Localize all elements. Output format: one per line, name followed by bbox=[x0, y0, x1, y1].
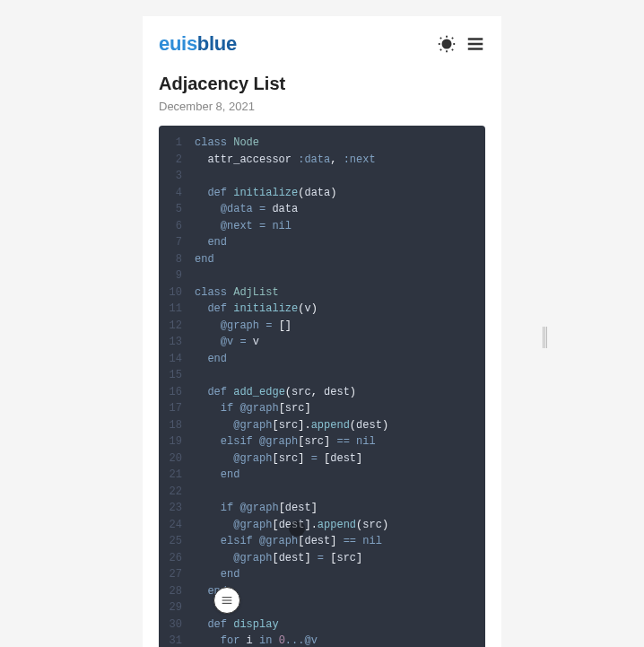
line-content: elsif @graph[src] == nil bbox=[195, 433, 376, 450]
code-line: 3 bbox=[159, 168, 485, 185]
line-number: 26 bbox=[159, 550, 195, 567]
line-content: if @graph[dest] bbox=[195, 500, 318, 517]
code-line: 12 @graph = [] bbox=[159, 318, 485, 335]
line-number: 31 bbox=[159, 633, 195, 647]
line-content: @graph[src].append(dest) bbox=[195, 417, 388, 434]
line-number: 11 bbox=[159, 301, 195, 318]
line-number: 5 bbox=[159, 201, 195, 218]
line-content: @graph = [] bbox=[195, 318, 292, 335]
line-number: 27 bbox=[159, 566, 195, 583]
code-line: 27 end bbox=[159, 566, 485, 583]
code-line: 11 def initialize(v) bbox=[159, 301, 485, 318]
line-number: 3 bbox=[159, 168, 195, 185]
header-actions bbox=[437, 34, 485, 54]
line-content: @graph[src] = [dest] bbox=[195, 450, 362, 468]
code-line: 7 end bbox=[159, 234, 485, 251]
line-content: elsif @graph[dest] == nil bbox=[195, 533, 382, 550]
code-line: 13 @v = v bbox=[159, 334, 485, 351]
line-content: end bbox=[195, 351, 227, 368]
logo-text-b: blue bbox=[197, 32, 237, 55]
line-content: for i in 0...@v bbox=[195, 633, 318, 647]
code-line: 8end bbox=[159, 251, 485, 268]
code-line: 28 end bbox=[159, 583, 485, 600]
line-number: 7 bbox=[159, 234, 195, 251]
line-number: 6 bbox=[159, 218, 195, 235]
code-line: 4 def initialize(data) bbox=[159, 185, 485, 202]
line-content: def display bbox=[195, 616, 279, 634]
code-line: 19 elsif @graph[src] == nil bbox=[159, 433, 485, 450]
line-number: 12 bbox=[159, 318, 195, 335]
line-number: 17 bbox=[159, 400, 195, 417]
line-content: class AdjList bbox=[195, 284, 279, 302]
code-line: 23 if @graph[dest] bbox=[159, 500, 485, 517]
line-content: end bbox=[195, 234, 227, 251]
line-content: def initialize(v) bbox=[195, 301, 318, 318]
code-line: 21 end bbox=[159, 467, 485, 484]
code-line: 5 @data = data bbox=[159, 201, 485, 218]
line-number: 18 bbox=[159, 417, 195, 434]
line-number: 8 bbox=[159, 251, 195, 268]
line-content: def initialize(data) bbox=[195, 185, 336, 202]
line-number: 16 bbox=[159, 384, 195, 401]
line-content: class Node bbox=[195, 135, 259, 152]
list-icon bbox=[220, 593, 234, 608]
code-line: 17 if @graph[src] bbox=[159, 400, 485, 417]
header: euisblue bbox=[159, 32, 485, 56]
code-line: 22 bbox=[159, 484, 485, 501]
line-content: end bbox=[195, 467, 239, 484]
toc-fab-button[interactable] bbox=[213, 587, 240, 614]
line-number: 22 bbox=[159, 484, 195, 501]
line-content: end bbox=[195, 251, 214, 268]
line-content: @graph[dest].append(src) bbox=[195, 517, 388, 534]
line-number: 23 bbox=[159, 500, 195, 517]
code-line: 1class Node bbox=[159, 135, 485, 152]
post-date: December 8, 2021 bbox=[159, 100, 485, 113]
code-line: 15 bbox=[159, 367, 485, 384]
line-number: 4 bbox=[159, 185, 195, 202]
page: euisblue Adjacency List December 8, 2021… bbox=[143, 16, 501, 647]
line-number: 20 bbox=[159, 450, 195, 468]
line-number: 9 bbox=[159, 267, 195, 284]
line-number: 28 bbox=[159, 583, 195, 600]
scrollbar-hint bbox=[543, 327, 547, 348]
menu-icon[interactable] bbox=[466, 34, 485, 54]
logo-text-a: euis bbox=[159, 32, 197, 55]
line-number: 19 bbox=[159, 433, 195, 450]
line-content: attr_accessor :data, :next bbox=[195, 152, 376, 169]
theme-toggle-icon[interactable] bbox=[437, 34, 457, 54]
code-line: 2 attr_accessor :data, :next bbox=[159, 152, 485, 169]
line-content: end bbox=[195, 566, 239, 583]
line-number: 10 bbox=[159, 284, 195, 302]
line-number: 30 bbox=[159, 616, 195, 634]
line-content: def add_edge(src, dest) bbox=[195, 384, 356, 401]
line-number: 2 bbox=[159, 152, 195, 169]
code-line: 18 @graph[src].append(dest) bbox=[159, 417, 485, 434]
code-line: 10class AdjList bbox=[159, 284, 485, 302]
site-logo[interactable]: euisblue bbox=[159, 32, 237, 56]
line-content: @next = nil bbox=[195, 218, 292, 235]
code-line: 30 def display bbox=[159, 616, 485, 634]
line-number: 21 bbox=[159, 467, 195, 484]
line-content: @v = v bbox=[195, 334, 259, 351]
code-line: 24 @graph[dest].append(src) bbox=[159, 517, 485, 534]
code-line: 29 bbox=[159, 599, 485, 616]
line-number: 14 bbox=[159, 351, 195, 368]
line-number: 1 bbox=[159, 135, 195, 152]
code-line: 26 @graph[dest] = [src] bbox=[159, 550, 485, 567]
line-number: 13 bbox=[159, 334, 195, 351]
line-number: 24 bbox=[159, 517, 195, 534]
code-line: 25 elsif @graph[dest] == nil bbox=[159, 533, 485, 550]
line-number: 29 bbox=[159, 599, 195, 616]
line-content: if @graph[src] bbox=[195, 400, 311, 417]
post-title: Adjacency List bbox=[159, 74, 485, 94]
code-block: 1class Node2 attr_accessor :data, :next3… bbox=[159, 126, 485, 647]
code-line: 16 def add_edge(src, dest) bbox=[159, 384, 485, 401]
code-line: 20 @graph[src] = [dest] bbox=[159, 450, 485, 468]
code-line: 31 for i in 0...@v bbox=[159, 633, 485, 647]
code-line: 14 end bbox=[159, 351, 485, 368]
line-content: @graph[dest] = [src] bbox=[195, 550, 362, 567]
line-content: @data = data bbox=[195, 201, 298, 218]
code-line: 9 bbox=[159, 267, 485, 284]
line-number: 15 bbox=[159, 367, 195, 384]
line-number: 25 bbox=[159, 533, 195, 550]
